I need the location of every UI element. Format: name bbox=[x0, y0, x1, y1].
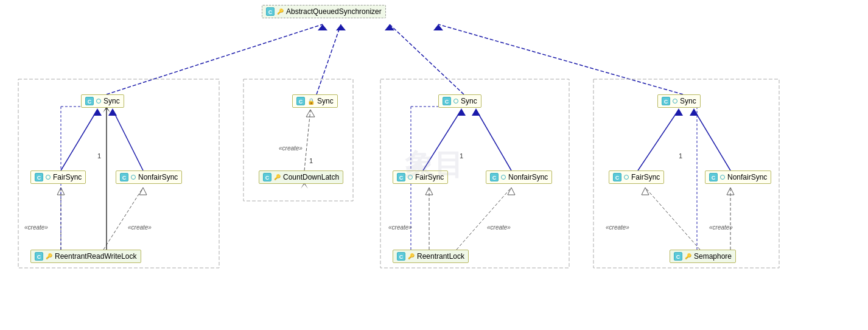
label-1-sync4: 1 bbox=[679, 152, 682, 160]
class-reentrant-read-write-lock: C 🔑 ReentrantReadWriteLock bbox=[30, 250, 141, 263]
svg-line-27 bbox=[457, 188, 511, 250]
class-name-sync3: Sync bbox=[461, 97, 477, 105]
circle-icon-sync4 bbox=[673, 99, 677, 104]
class-icon-nonfairsync2: C bbox=[490, 173, 499, 181]
key-icon-semaphore: 🔑 bbox=[685, 253, 691, 259]
diagram-arrows bbox=[0, 0, 868, 330]
class-icon-semaphore: C bbox=[674, 252, 682, 261]
circle-icon-nonfairsync1 bbox=[131, 175, 136, 180]
stereotype-create-fairsync2: «create» bbox=[388, 224, 412, 231]
class-name-fairsync3: FairSync bbox=[631, 173, 660, 181]
svg-line-14 bbox=[103, 188, 143, 250]
class-nonfairsync-2: C NonfairSync bbox=[486, 170, 552, 184]
circle-icon-nonfairsync2 bbox=[501, 175, 506, 180]
circle-icon-fairsync3 bbox=[624, 175, 629, 180]
class-fairsync-2: C FairSync bbox=[393, 170, 448, 184]
class-icon-fairsync2: C bbox=[397, 173, 405, 181]
class-icon-rl: C bbox=[397, 252, 405, 261]
lock-icon-sync2: 🔒 bbox=[307, 98, 315, 105]
label-1-cdl: 1 bbox=[309, 157, 313, 164]
class-name-sync2: Sync bbox=[317, 97, 334, 105]
svg-marker-31 bbox=[674, 108, 683, 116]
stereotype-create-nonfairsync1: «create» bbox=[128, 224, 152, 231]
svg-marker-3 bbox=[336, 24, 346, 30]
class-icon-sync2: C bbox=[296, 97, 305, 105]
svg-marker-15 bbox=[139, 188, 147, 195]
svg-marker-5 bbox=[385, 24, 394, 30]
svg-marker-13 bbox=[57, 188, 65, 195]
key-icon-aqs: 🔑 bbox=[277, 9, 284, 15]
svg-marker-19 bbox=[306, 110, 315, 117]
svg-line-2 bbox=[317, 24, 341, 94]
diagram-container: C 🔑 AbstractQueuedSynchronizer C Sync C … bbox=[0, 0, 868, 330]
class-reentrant-lock: C 🔑 ReentrantLock bbox=[393, 250, 469, 263]
circle-icon-fairsync2 bbox=[408, 175, 413, 180]
class-fairsync-3: C FairSync bbox=[609, 170, 664, 184]
class-icon-cdl: C bbox=[263, 173, 271, 181]
class-name-semaphore: Semaphore bbox=[694, 252, 732, 261]
svg-line-8 bbox=[61, 110, 97, 170]
svg-line-0 bbox=[107, 24, 323, 94]
svg-marker-24 bbox=[472, 108, 480, 116]
class-semaphore: C 🔑 Semaphore bbox=[670, 250, 736, 263]
svg-marker-28 bbox=[508, 188, 515, 195]
svg-line-32 bbox=[694, 110, 730, 170]
svg-line-34 bbox=[645, 188, 700, 250]
svg-marker-1 bbox=[318, 24, 327, 30]
svg-marker-33 bbox=[690, 108, 698, 116]
label-1-sync1: 1 bbox=[97, 152, 101, 160]
class-name-fairsync2: FairSync bbox=[415, 173, 444, 181]
svg-marker-35 bbox=[642, 188, 649, 195]
class-icon-aqs: C bbox=[266, 7, 275, 16]
svg-marker-11 bbox=[108, 108, 117, 116]
circle-icon-nonfairsync3 bbox=[720, 175, 725, 180]
class-sync-2: C 🔒 Sync bbox=[292, 94, 338, 108]
key-icon-cdl: 🔑 bbox=[274, 174, 281, 180]
class-name-sync1: Sync bbox=[103, 97, 120, 105]
class-icon-sync1: C bbox=[85, 97, 94, 105]
stereotype-create-fairsync1: «create» bbox=[24, 224, 48, 231]
stereotype-create-nonfairsync2: «create» bbox=[487, 224, 511, 231]
class-sync-3: C Sync bbox=[438, 94, 481, 108]
key-icon-rrwl: 🔑 bbox=[46, 253, 52, 259]
class-icon-nonfairsync3: C bbox=[709, 173, 718, 181]
svg-line-10 bbox=[113, 110, 143, 170]
circle-icon-fairsync1 bbox=[46, 175, 51, 180]
class-icon-nonfairsync1: C bbox=[120, 173, 128, 181]
class-name-rrwl: ReentrantReadWriteLock bbox=[55, 252, 137, 261]
stereotype-create-fairsync3: «create» bbox=[606, 224, 629, 231]
stereotype-create-nonfairsync3: «create» bbox=[709, 224, 733, 231]
class-name-fairsync1: FairSync bbox=[53, 173, 82, 181]
class-icon-fairsync1: C bbox=[35, 173, 43, 181]
class-abstract-queued-synchronizer: C 🔑 AbstractQueuedSynchronizer bbox=[262, 5, 386, 18]
class-name-sync4: Sync bbox=[680, 97, 696, 105]
class-sync-1: C Sync bbox=[81, 94, 124, 108]
svg-marker-26 bbox=[425, 188, 433, 195]
class-name-nonfairsync1: NonfairSync bbox=[138, 173, 178, 181]
circle-icon-sync3 bbox=[453, 99, 458, 104]
svg-marker-22 bbox=[457, 108, 466, 116]
class-icon-sync4: C bbox=[662, 97, 670, 105]
class-nonfairsync-3: C NonfairSync bbox=[705, 170, 771, 184]
svg-line-23 bbox=[476, 110, 511, 170]
svg-line-4 bbox=[390, 24, 464, 94]
label-1-sync3: 1 bbox=[460, 152, 463, 160]
class-count-down-latch: C 🔑 CountDownLatch bbox=[259, 170, 343, 184]
class-icon-sync3: C bbox=[443, 97, 451, 105]
class-icon-fairsync3: C bbox=[613, 173, 621, 181]
stereotype-create-cdl: «create» bbox=[279, 145, 303, 152]
class-name-rl: ReentrantLock bbox=[417, 252, 464, 261]
svg-line-21 bbox=[423, 110, 461, 170]
class-name-cdl: CountDownLatch bbox=[283, 173, 339, 181]
svg-marker-9 bbox=[93, 108, 102, 116]
svg-marker-7 bbox=[433, 24, 443, 30]
svg-marker-37 bbox=[727, 188, 734, 195]
class-nonfairsync-1: C NonfairSync bbox=[116, 170, 182, 184]
class-fairsync-1: C FairSync bbox=[30, 170, 86, 184]
svg-line-6 bbox=[438, 24, 683, 94]
svg-line-30 bbox=[638, 110, 679, 170]
class-name-nonfairsync2: NonfairSync bbox=[508, 173, 548, 181]
class-icon-rrwl: C bbox=[35, 252, 43, 261]
key-icon-rl: 🔑 bbox=[408, 253, 415, 259]
class-name-aqs: AbstractQueuedSynchronizer bbox=[286, 7, 382, 16]
